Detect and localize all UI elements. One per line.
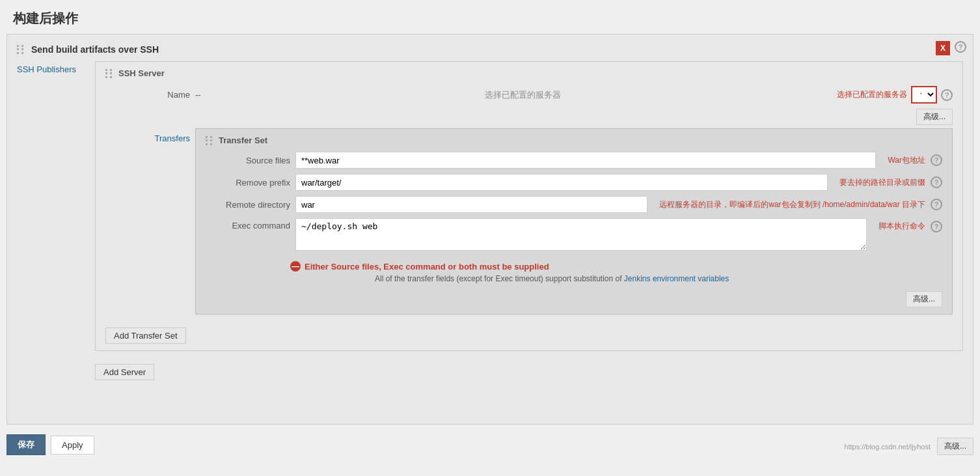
remote-dir-input[interactable] bbox=[295, 196, 647, 213]
section-header: Send build artifacts over SSH bbox=[17, 44, 963, 55]
sidebar: SSH Publishers bbox=[17, 61, 95, 380]
exec-cmd-hint: 脚本执行命令 bbox=[878, 218, 925, 232]
main-content: SSH Server Name -- 选择已配置的服务器 选择已配置的服务器 ▼… bbox=[95, 61, 963, 380]
transfer-set-title: Transfer Set bbox=[219, 135, 267, 145]
exec-cmd-help-icon[interactable]: ? bbox=[931, 221, 942, 232]
ssh-advanced-button[interactable]: 高级... bbox=[916, 109, 953, 125]
exec-cmd-label: Exec command bbox=[206, 218, 290, 231]
exec-cmd-row: Exec command ~/deploy.sh web 脚本执行命令 ? bbox=[206, 218, 942, 251]
error-icon: — bbox=[290, 261, 301, 272]
source-files-help-icon[interactable]: ? bbox=[931, 154, 942, 166]
add-server-button[interactable]: Add Server bbox=[95, 364, 154, 380]
source-files-label: Source files bbox=[206, 156, 290, 165]
bottom-bar: 保存 Apply https://blog.csdn.net/ljyhost 高… bbox=[0, 425, 980, 465]
bottom-advanced-button[interactable]: 高级... bbox=[937, 438, 973, 455]
remote-dir-label: Remote directory bbox=[206, 200, 290, 210]
ssh-server-title: SSH Server bbox=[118, 68, 165, 78]
ssh-server-header: SSH Server bbox=[105, 68, 953, 78]
add-transfer-set-button[interactable]: Add Transfer Set bbox=[105, 328, 186, 344]
url-text: https://blog.csdn.net/ljyhost bbox=[844, 443, 931, 451]
transfers-row: Transfers Transfer Set Source files War包… bbox=[105, 128, 953, 315]
transfer-grip-icon bbox=[206, 136, 212, 145]
info-text: All of the transfer fields (except for E… bbox=[290, 274, 942, 283]
name-row: Name -- 选择已配置的服务器 选择已配置的服务器 ▼ ? bbox=[105, 86, 953, 104]
name-help-icon[interactable]: ? bbox=[941, 89, 953, 101]
section-title: Send build artifacts over SSH bbox=[31, 44, 159, 55]
remove-prefix-input[interactable] bbox=[295, 174, 828, 191]
error-section: — Either Source files, Exec command or b… bbox=[206, 256, 942, 286]
transfers-advanced-button[interactable]: 高级... bbox=[906, 291, 942, 307]
apply-button[interactable]: Apply bbox=[51, 436, 94, 455]
remove-prefix-label: Remove prefix bbox=[206, 178, 290, 188]
remote-dir-help-icon[interactable]: ? bbox=[931, 199, 942, 210]
source-files-row: Source files War包地址 ? bbox=[206, 152, 942, 169]
main-container: X ? Send build artifacts over SSH SSH Pu… bbox=[7, 34, 973, 425]
ssh-server-panel: SSH Server Name -- 选择已配置的服务器 选择已配置的服务器 ▼… bbox=[95, 61, 963, 351]
remove-prefix-hint: 要去掉的路径目录或前缀 bbox=[839, 177, 925, 188]
error-row: — Either Source files, Exec command or b… bbox=[290, 261, 942, 272]
name-select[interactable]: ▼ bbox=[911, 86, 937, 104]
page-title: 构建后操作 bbox=[0, 0, 980, 34]
remote-dir-hint: 远程服务器的目录，即编译后的war包会复制到 /home/admin/data/… bbox=[659, 199, 925, 210]
transfers-panel: Transfer Set Source files War包地址 ? Remov… bbox=[195, 128, 953, 315]
env-vars-link[interactable]: Jenkins environment variables bbox=[624, 274, 729, 283]
grip-icon bbox=[17, 45, 23, 54]
error-text: Either Source files, Exec command or bot… bbox=[305, 262, 549, 272]
transfers-label: Transfers bbox=[105, 128, 190, 143]
remove-prefix-help-icon[interactable]: ? bbox=[931, 176, 942, 188]
remove-prefix-row: Remove prefix 要去掉的路径目录或前缀 ? bbox=[206, 174, 942, 191]
ssh-publishers-label: SSH Publishers bbox=[17, 64, 76, 74]
close-button[interactable]: X bbox=[936, 41, 950, 55]
name-label: Name bbox=[105, 90, 190, 100]
top-help-icon[interactable]: ? bbox=[955, 41, 966, 53]
select-hint: 选择已配置的服务器 bbox=[837, 89, 907, 100]
save-button[interactable]: 保存 bbox=[7, 434, 46, 455]
transfer-set-header: Transfer Set bbox=[206, 135, 942, 145]
name-value: -- bbox=[195, 90, 208, 100]
name-placeholder: 选择已配置的服务器 bbox=[212, 89, 833, 101]
remote-dir-row: Remote directory 远程服务器的目录，即编译后的war包会复制到 … bbox=[206, 196, 942, 213]
exec-cmd-textarea[interactable]: ~/deploy.sh web bbox=[295, 218, 867, 251]
source-files-input[interactable] bbox=[295, 152, 876, 169]
source-files-hint: War包地址 bbox=[888, 155, 925, 166]
ssh-grip-icon bbox=[105, 69, 112, 78]
